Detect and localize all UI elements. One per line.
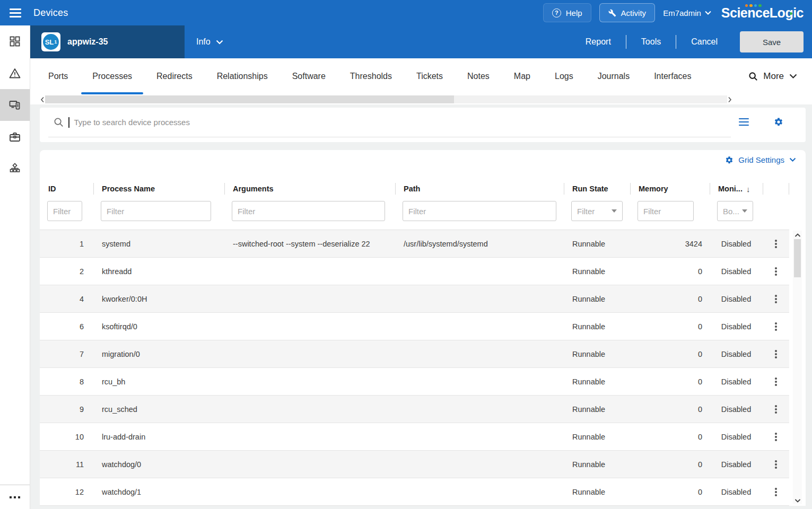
sidebar-item-dashboards[interactable] <box>0 25 30 57</box>
table-row[interactable]: 11watchdog/0Runnable0Disabled <box>40 451 789 478</box>
filter-select-run_state[interactable]: Filter <box>571 201 623 221</box>
cell-monitored: Disabled <box>710 322 763 331</box>
sidebar-item-devices[interactable] <box>0 89 30 121</box>
tab-interfaces[interactable]: Interfaces <box>654 58 691 94</box>
row-actions-kebab-icon[interactable] <box>763 230 789 258</box>
tab-software[interactable]: Software <box>292 58 326 94</box>
scroll-down-icon[interactable] <box>794 496 801 504</box>
row-actions-kebab-icon[interactable] <box>763 396 789 423</box>
cell-monitored: Disabled <box>710 460 763 469</box>
dashboard-icon <box>8 35 21 48</box>
settings-gear-icon[interactable] <box>774 117 783 127</box>
device-type-badge: SL1 <box>41 32 60 51</box>
cell-monitored: Disabled <box>710 405 763 414</box>
row-actions-kebab-icon[interactable] <box>763 423 789 451</box>
row-actions-kebab-icon[interactable] <box>763 451 789 478</box>
chevron-down-icon <box>705 11 711 15</box>
settings-gear-icon <box>725 156 734 164</box>
scroll-right-icon[interactable] <box>727 94 732 104</box>
info-dropdown[interactable]: Info <box>196 25 223 58</box>
filter-input-id[interactable] <box>47 201 82 221</box>
cell-name: lru-add-drain <box>93 433 224 441</box>
cell-id: 1 <box>40 240 93 248</box>
scroll-up-icon[interactable] <box>794 231 801 238</box>
sidebar-item-events[interactable] <box>0 57 30 89</box>
logo-dots-icon <box>745 4 762 7</box>
row-actions-kebab-icon[interactable] <box>763 368 789 396</box>
table-filter-row: FilterBo... <box>40 200 789 222</box>
hamburger-menu-icon[interactable] <box>0 0 30 25</box>
horizontal-scroll-track[interactable] <box>45 95 727 103</box>
column-header-path[interactable]: Path <box>395 180 564 197</box>
tab-redirects[interactable]: Redirects <box>156 58 193 94</box>
briefcase-icon <box>8 130 21 143</box>
table-row[interactable]: 7migration/0Runnable0Disabled <box>40 340 789 368</box>
tab-journals[interactable]: Journals <box>598 58 630 94</box>
column-header-id[interactable]: ID <box>40 180 93 197</box>
cell-monitored: Disabled <box>710 488 763 496</box>
horizontal-scroll-thumb[interactable] <box>45 95 454 103</box>
vertical-scroll-thumb[interactable] <box>794 239 801 277</box>
row-actions-kebab-icon[interactable] <box>763 285 789 313</box>
help-button[interactable]: ? Help <box>543 3 591 22</box>
tab-thresholds[interactable]: Thresholds <box>350 58 392 94</box>
cell-memory: 0 <box>630 405 710 414</box>
row-actions-kebab-icon[interactable] <box>763 258 789 285</box>
table-row[interactable]: 2kthreaddRunnable0Disabled <box>40 258 789 285</box>
hierarchy-icon <box>8 162 21 175</box>
column-header-name[interactable]: Process Name <box>93 180 224 197</box>
table-row[interactable]: 10lru-add-drainRunnable0Disabled <box>40 423 789 451</box>
table-row[interactable]: 12watchdog/1Runnable0Disabled <box>40 478 789 506</box>
filter-input-name[interactable] <box>101 201 211 221</box>
filter-input-path[interactable] <box>403 201 556 221</box>
scroll-left-icon[interactable] <box>40 94 45 104</box>
list-view-icon[interactable] <box>739 118 749 126</box>
tab-map[interactable]: Map <box>514 58 530 94</box>
tab-logs[interactable]: Logs <box>555 58 573 94</box>
cancel-button[interactable]: Cancel <box>688 37 721 47</box>
cell-name: systemd <box>93 240 224 248</box>
cell-name: kthreadd <box>93 267 224 276</box>
row-actions-kebab-icon[interactable] <box>763 313 789 340</box>
tab-relationships[interactable]: Relationships <box>217 58 268 94</box>
tools-button[interactable]: Tools <box>638 37 664 47</box>
column-header-monitored[interactable]: Moni...↓ <box>710 180 763 197</box>
tabs-horizontal-scrollbar <box>40 94 732 104</box>
report-button[interactable]: Report <box>582 37 614 47</box>
column-header-memory[interactable]: Memory <box>630 180 710 197</box>
activity-button[interactable]: Activity <box>599 3 656 22</box>
cell-run_state: Runnable <box>564 460 630 469</box>
user-menu[interactable]: Em7admin <box>663 8 711 17</box>
column-header-run_state[interactable]: Run State <box>564 180 630 197</box>
save-button[interactable]: Save <box>740 31 804 52</box>
grid-settings-dropdown[interactable]: Grid Settings <box>725 155 796 164</box>
sidebar-more[interactable] <box>0 485 30 509</box>
tab-tickets[interactable]: Tickets <box>416 58 443 94</box>
table-row[interactable]: 6ksoftirqd/0Runnable0Disabled <box>40 313 789 340</box>
table-row[interactable]: 1systemd--switched-root --system --deser… <box>40 230 789 258</box>
sidebar-item-maps[interactable] <box>0 153 30 185</box>
tab-ports[interactable]: Ports <box>48 58 68 94</box>
filter-input-args[interactable] <box>232 201 385 221</box>
search-input[interactable]: Type to search device processes <box>48 108 731 137</box>
row-actions-kebab-icon[interactable] <box>763 340 789 368</box>
row-actions-kebab-icon[interactable] <box>763 478 789 506</box>
column-header-args[interactable]: Arguments <box>224 180 395 197</box>
cell-memory: 0 <box>630 322 710 331</box>
cell-memory: 0 <box>630 460 710 469</box>
tab-processes[interactable]: Processes <box>92 58 132 94</box>
table-body: 1systemd--switched-root --system --deser… <box>40 230 789 506</box>
sidebar-item-business-services[interactable] <box>0 121 30 153</box>
table-row[interactable]: 8rcu_bhRunnable0Disabled <box>40 368 789 396</box>
filter-select-monitored[interactable]: Bo... <box>717 201 753 221</box>
table-row[interactable]: 9rcu_schedRunnable0Disabled <box>40 396 789 423</box>
filter-input-memory[interactable] <box>638 201 694 221</box>
divider <box>626 35 626 49</box>
cell-monitored: Disabled <box>710 433 763 441</box>
more-tabs-dropdown[interactable]: More <box>748 58 812 94</box>
table-row[interactable]: 4kworker/0:0HRunnable0Disabled <box>40 285 789 313</box>
chevron-down-icon <box>789 157 796 162</box>
tab-notes[interactable]: Notes <box>467 58 490 94</box>
search-icon <box>748 72 758 81</box>
cell-run_state: Runnable <box>564 433 630 441</box>
